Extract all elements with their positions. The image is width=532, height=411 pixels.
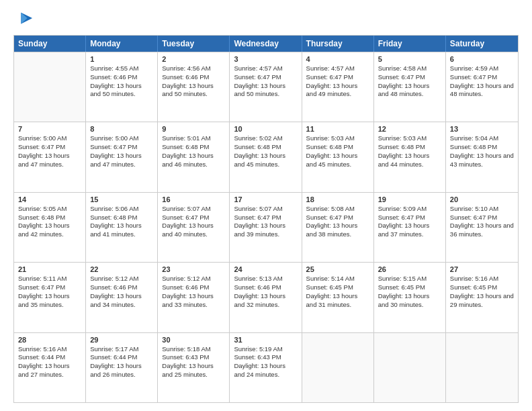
cell-info: Sunrise: 5:04 AMSunset: 6:48 PMDaylight:… (450, 134, 514, 169)
day-cell-8: 8Sunrise: 5:00 AMSunset: 6:47 PMDaylight… (86, 122, 158, 191)
day-number: 16 (162, 195, 225, 203)
calendar-body: 1Sunrise: 4:55 AMSunset: 6:46 PMDaylight… (14, 52, 518, 402)
day-cell-27: 27Sunrise: 5:16 AMSunset: 6:45 PMDayligh… (446, 263, 518, 332)
calendar-row-4: 28Sunrise: 5:16 AMSunset: 6:44 PMDayligh… (14, 332, 518, 402)
logo (13, 12, 34, 28)
empty-cell (302, 333, 374, 402)
day-number: 19 (378, 195, 441, 203)
day-cell-30: 30Sunrise: 5:18 AMSunset: 6:43 PMDayligh… (158, 333, 230, 402)
day-number: 9 (162, 125, 225, 133)
cell-info: Sunrise: 5:12 AMSunset: 6:46 PMDaylight:… (90, 275, 153, 309)
calendar-row-0: 1Sunrise: 4:55 AMSunset: 6:46 PMDaylight… (14, 52, 518, 122)
day-number: 14 (18, 195, 81, 203)
day-cell-9: 9Sunrise: 5:01 AMSunset: 6:48 PMDaylight… (158, 122, 230, 191)
day-cell-13: 13Sunrise: 5:04 AMSunset: 6:48 PMDayligh… (446, 122, 518, 191)
cell-info: Sunrise: 5:12 AMSunset: 6:46 PMDaylight:… (162, 275, 225, 309)
cell-info: Sunrise: 5:18 AMSunset: 6:43 PMDaylight:… (162, 345, 225, 379)
weekday-header-monday: Monday (86, 36, 158, 52)
day-number: 17 (234, 195, 297, 203)
day-number: 24 (234, 265, 297, 273)
day-number: 2 (162, 55, 225, 63)
day-cell-10: 10Sunrise: 5:02 AMSunset: 6:48 PMDayligh… (230, 122, 302, 191)
logo-icon (15, 9, 34, 28)
day-number: 26 (378, 265, 441, 273)
day-cell-22: 22Sunrise: 5:12 AMSunset: 6:46 PMDayligh… (86, 263, 158, 332)
cell-info: Sunrise: 5:06 AMSunset: 6:48 PMDaylight:… (90, 205, 153, 239)
day-cell-24: 24Sunrise: 5:13 AMSunset: 6:46 PMDayligh… (230, 263, 302, 332)
day-cell-16: 16Sunrise: 5:07 AMSunset: 6:47 PMDayligh… (158, 193, 230, 262)
weekday-header-tuesday: Tuesday (158, 36, 230, 52)
day-number: 15 (90, 195, 153, 203)
weekday-header-sunday: Sunday (14, 36, 86, 52)
empty-cell (446, 333, 518, 402)
page-header (13, 12, 519, 28)
day-number: 7 (18, 125, 81, 133)
weekday-header-thursday: Thursday (302, 36, 374, 52)
day-cell-17: 17Sunrise: 5:07 AMSunset: 6:47 PMDayligh… (230, 193, 302, 262)
calendar-row-1: 7Sunrise: 5:00 AMSunset: 6:47 PMDaylight… (14, 122, 518, 191)
day-number: 13 (450, 125, 514, 133)
day-cell-1: 1Sunrise: 4:55 AMSunset: 6:46 PMDaylight… (86, 52, 158, 122)
day-number: 27 (450, 265, 514, 273)
calendar: SundayMondayTuesdayWednesdayThursdayFrid… (13, 35, 519, 403)
day-number: 11 (306, 125, 369, 133)
day-number: 4 (306, 55, 369, 63)
calendar-row-2: 14Sunrise: 5:05 AMSunset: 6:48 PMDayligh… (14, 192, 518, 262)
day-cell-7: 7Sunrise: 5:00 AMSunset: 6:47 PMDaylight… (14, 122, 86, 191)
cell-info: Sunrise: 5:14 AMSunset: 6:45 PMDaylight:… (306, 275, 369, 309)
day-cell-5: 5Sunrise: 4:58 AMSunset: 6:47 PMDaylight… (374, 52, 446, 122)
day-cell-6: 6Sunrise: 4:59 AMSunset: 6:47 PMDaylight… (446, 52, 518, 122)
cell-info: Sunrise: 5:11 AMSunset: 6:47 PMDaylight:… (18, 275, 81, 309)
day-cell-18: 18Sunrise: 5:08 AMSunset: 6:47 PMDayligh… (302, 193, 374, 262)
empty-cell (14, 52, 86, 122)
calendar-header: SundayMondayTuesdayWednesdayThursdayFrid… (14, 36, 518, 52)
day-number: 23 (162, 265, 225, 273)
day-cell-29: 29Sunrise: 5:17 AMSunset: 6:44 PMDayligh… (86, 333, 158, 402)
day-number: 28 (18, 336, 81, 344)
day-number: 20 (450, 195, 514, 203)
cell-info: Sunrise: 5:16 AMSunset: 6:44 PMDaylight:… (18, 345, 81, 379)
day-cell-12: 12Sunrise: 5:03 AMSunset: 6:48 PMDayligh… (374, 122, 446, 191)
day-cell-23: 23Sunrise: 5:12 AMSunset: 6:46 PMDayligh… (158, 263, 230, 332)
day-cell-2: 2Sunrise: 4:56 AMSunset: 6:46 PMDaylight… (158, 52, 230, 122)
cell-info: Sunrise: 5:02 AMSunset: 6:48 PMDaylight:… (234, 134, 297, 169)
calendar-row-3: 21Sunrise: 5:11 AMSunset: 6:47 PMDayligh… (14, 262, 518, 332)
weekday-header-friday: Friday (374, 36, 446, 52)
day-cell-25: 25Sunrise: 5:14 AMSunset: 6:45 PMDayligh… (302, 263, 374, 332)
empty-cell (374, 333, 446, 402)
cell-info: Sunrise: 4:57 AMSunset: 6:47 PMDaylight:… (234, 64, 297, 99)
day-number: 8 (90, 125, 153, 133)
cell-info: Sunrise: 5:08 AMSunset: 6:47 PMDaylight:… (306, 205, 369, 239)
day-cell-3: 3Sunrise: 4:57 AMSunset: 6:47 PMDaylight… (230, 52, 302, 122)
cell-info: Sunrise: 4:59 AMSunset: 6:47 PMDaylight:… (450, 64, 514, 99)
cell-info: Sunrise: 5:15 AMSunset: 6:45 PMDaylight:… (378, 275, 441, 309)
day-cell-21: 21Sunrise: 5:11 AMSunset: 6:47 PMDayligh… (14, 263, 86, 332)
cell-info: Sunrise: 4:57 AMSunset: 6:47 PMDaylight:… (306, 64, 369, 99)
cell-info: Sunrise: 5:05 AMSunset: 6:48 PMDaylight:… (18, 205, 81, 239)
cell-info: Sunrise: 5:03 AMSunset: 6:48 PMDaylight:… (306, 134, 369, 169)
cell-info: Sunrise: 5:13 AMSunset: 6:46 PMDaylight:… (234, 275, 297, 309)
day-number: 10 (234, 125, 297, 133)
cell-info: Sunrise: 5:01 AMSunset: 6:48 PMDaylight:… (162, 134, 225, 169)
day-cell-4: 4Sunrise: 4:57 AMSunset: 6:47 PMDaylight… (302, 52, 374, 122)
day-number: 1 (90, 55, 153, 63)
cell-info: Sunrise: 5:03 AMSunset: 6:48 PMDaylight:… (378, 134, 441, 169)
cell-info: Sunrise: 5:17 AMSunset: 6:44 PMDaylight:… (90, 345, 153, 379)
cell-info: Sunrise: 5:10 AMSunset: 6:47 PMDaylight:… (450, 205, 514, 239)
cell-info: Sunrise: 5:00 AMSunset: 6:47 PMDaylight:… (90, 134, 153, 169)
day-cell-20: 20Sunrise: 5:10 AMSunset: 6:47 PMDayligh… (446, 193, 518, 262)
day-cell-15: 15Sunrise: 5:06 AMSunset: 6:48 PMDayligh… (86, 193, 158, 262)
cell-info: Sunrise: 5:16 AMSunset: 6:45 PMDaylight:… (450, 275, 514, 309)
weekday-header-saturday: Saturday (446, 36, 518, 52)
day-number: 29 (90, 336, 153, 344)
day-cell-11: 11Sunrise: 5:03 AMSunset: 6:48 PMDayligh… (302, 122, 374, 191)
day-number: 30 (162, 336, 225, 344)
cell-info: Sunrise: 5:07 AMSunset: 6:47 PMDaylight:… (234, 205, 297, 239)
cell-info: Sunrise: 5:09 AMSunset: 6:47 PMDaylight:… (378, 205, 441, 239)
cell-info: Sunrise: 4:55 AMSunset: 6:46 PMDaylight:… (90, 64, 153, 99)
day-cell-31: 31Sunrise: 5:19 AMSunset: 6:43 PMDayligh… (230, 333, 302, 402)
day-cell-19: 19Sunrise: 5:09 AMSunset: 6:47 PMDayligh… (374, 193, 446, 262)
day-number: 12 (378, 125, 441, 133)
cell-info: Sunrise: 5:07 AMSunset: 6:47 PMDaylight:… (162, 205, 225, 239)
day-cell-14: 14Sunrise: 5:05 AMSunset: 6:48 PMDayligh… (14, 193, 86, 262)
